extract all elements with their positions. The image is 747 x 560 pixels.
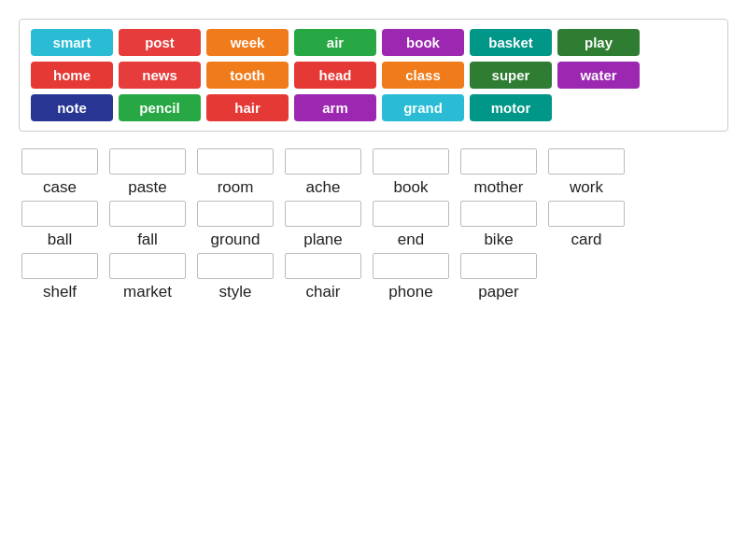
answer-input-case[interactable] — [21, 148, 98, 175]
answer-label-ground: ground — [211, 231, 261, 249]
answer-cell-chair: chair — [282, 253, 364, 301]
answer-row-1: ballfallgroundplaneendbikecard — [19, 201, 728, 249]
answer-label-market: market — [123, 283, 172, 301]
word-tile-class[interactable]: class — [382, 62, 464, 89]
answer-cell-ball: ball — [19, 201, 101, 249]
word-tile-tooth[interactable]: tooth — [206, 62, 289, 89]
word-tile-smart[interactable]: smart — [31, 29, 113, 56]
answer-label-plane: plane — [303, 231, 343, 249]
answer-cell-paper: paper — [458, 253, 540, 301]
answer-input-bike[interactable] — [460, 201, 537, 227]
answer-cell-phone: phone — [370, 253, 452, 301]
word-bank: smartpostweekairbookbasketplayhomenewsto… — [19, 19, 728, 132]
word-tile-air[interactable]: air — [294, 29, 376, 56]
answer-cell-shelf: shelf — [19, 253, 101, 301]
word-tile-post[interactable]: post — [119, 29, 201, 56]
word-tile-head[interactable]: head — [294, 62, 376, 89]
answer-input-chair[interactable] — [285, 253, 361, 279]
answer-input-style[interactable] — [197, 253, 274, 279]
answer-cell-mother: mother — [458, 148, 540, 197]
answer-cell-book: book — [370, 148, 452, 197]
answer-label-card: card — [571, 231, 601, 249]
answer-label-end: end — [398, 231, 424, 249]
answer-input-plane[interactable] — [285, 201, 361, 227]
word-tile-home[interactable]: home — [31, 62, 113, 89]
answer-label-fall: fall — [137, 231, 158, 249]
top-word-row-2: notepencilhairarmgrandmotor — [31, 94, 716, 121]
answer-input-card[interactable] — [548, 201, 625, 227]
answer-input-mother[interactable] — [460, 148, 537, 175]
word-tile-week[interactable]: week — [206, 29, 289, 56]
word-tile-grand[interactable]: grand — [382, 94, 464, 121]
word-tile-book[interactable]: book — [382, 29, 464, 56]
answer-label-paper: paper — [478, 283, 518, 301]
word-tile-news[interactable]: news — [119, 62, 201, 89]
word-tile-hair[interactable]: hair — [206, 94, 289, 121]
answer-label-work: work — [570, 178, 603, 197]
word-tile-water[interactable]: water — [557, 62, 640, 89]
answer-label-paste: paste — [128, 178, 167, 197]
answer-label-room: room — [218, 178, 254, 197]
answer-input-shelf[interactable] — [21, 253, 98, 279]
answer-label-style: style — [219, 283, 252, 301]
answer-cell-style: style — [194, 253, 276, 301]
answer-cell-plane: plane — [282, 201, 364, 249]
answer-input-ache[interactable] — [285, 148, 361, 175]
answer-input-paper[interactable] — [460, 253, 537, 279]
answer-section: casepasteroomachebookmotherworkballfallg… — [19, 148, 728, 305]
answer-input-ball[interactable] — [21, 201, 98, 227]
word-tile-pencil[interactable]: pencil — [119, 94, 201, 121]
answer-label-shelf: shelf — [43, 283, 77, 301]
word-tile-note[interactable]: note — [31, 94, 113, 121]
answer-cell-bike: bike — [458, 201, 540, 249]
top-word-row-1: homenewstoothheadclasssuperwater — [31, 62, 716, 89]
answer-input-market[interactable] — [109, 253, 186, 279]
answer-cell-ache: ache — [282, 148, 364, 197]
answer-row-2: shelfmarketstylechairphonepaper — [19, 253, 728, 301]
word-tile-motor[interactable]: motor — [470, 94, 552, 121]
answer-input-room[interactable] — [197, 148, 274, 175]
answer-input-fall[interactable] — [109, 201, 186, 227]
answer-input-work[interactable] — [548, 148, 625, 175]
answer-cell-room: room — [194, 148, 276, 197]
answer-cell-work: work — [545, 148, 627, 197]
answer-input-ground[interactable] — [197, 201, 274, 227]
top-word-row-0: smartpostweekairbookbasketplay — [31, 29, 716, 56]
word-tile-super[interactable]: super — [470, 62, 552, 89]
answer-input-book[interactable] — [373, 148, 449, 175]
answer-label-ball: ball — [48, 231, 72, 249]
word-tile-play[interactable]: play — [557, 29, 640, 56]
answer-input-phone[interactable] — [373, 253, 449, 279]
answer-cell-paste: paste — [106, 148, 189, 197]
answer-label-mother: mother — [474, 178, 524, 197]
word-tile-basket[interactable]: basket — [470, 29, 552, 56]
answer-label-chair: chair — [306, 283, 341, 301]
answer-cell-ground: ground — [194, 201, 276, 249]
answer-label-book: book — [394, 178, 429, 197]
answer-label-case: case — [43, 178, 77, 197]
answer-cell-fall: fall — [106, 201, 189, 249]
answer-row-0: casepasteroomachebookmotherwork — [19, 148, 728, 197]
answer-cell-end: end — [370, 201, 452, 249]
answer-cell-case: case — [19, 148, 101, 197]
answer-label-bike: bike — [484, 231, 513, 249]
answer-input-paste[interactable] — [109, 148, 186, 175]
answer-cell-market: market — [106, 253, 189, 301]
answer-cell-card: card — [545, 201, 627, 249]
word-tile-arm[interactable]: arm — [294, 94, 376, 121]
answer-label-ache: ache — [306, 178, 341, 197]
answer-input-end[interactable] — [373, 201, 449, 227]
answer-label-phone: phone — [388, 283, 432, 301]
